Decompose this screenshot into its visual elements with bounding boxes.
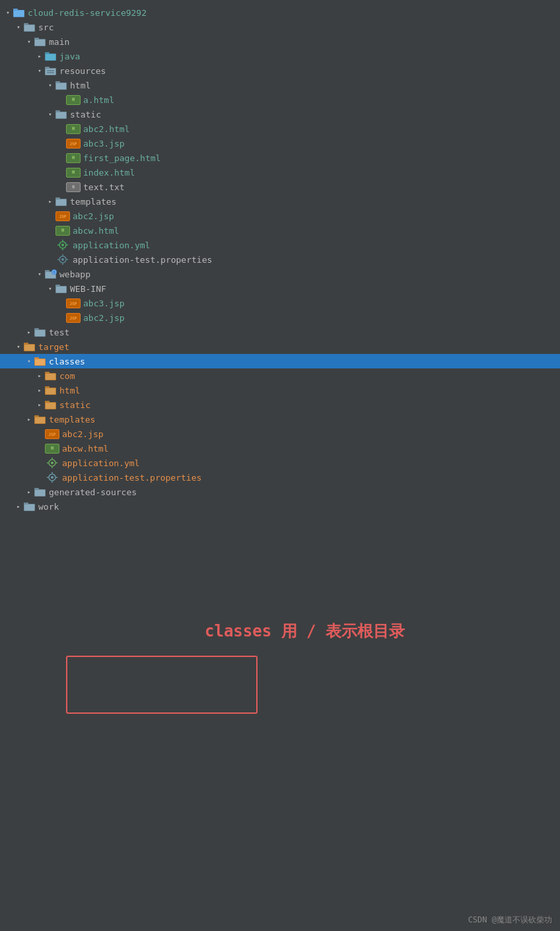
chevron-generated-sources <box>24 487 34 497</box>
tree-item-application-test-props[interactable]: application-test.properties <box>0 252 560 267</box>
label-java: java <box>59 52 80 61</box>
chevron-com <box>34 370 45 381</box>
folder-icon-target <box>24 341 36 352</box>
label-a-html: a.html <box>83 95 114 105</box>
badge-abcw-html-res: H <box>55 226 70 236</box>
watermark: CSDN @魔道不误砍柴功 <box>468 914 552 926</box>
folder-icon-root <box>13 7 25 18</box>
svg-rect-2 <box>14 11 24 17</box>
label-abcw-html-target: abcw.html <box>62 444 108 454</box>
chevron-main <box>24 36 34 47</box>
label-webinf: WEB-INF <box>70 284 106 294</box>
chevron-src <box>13 22 24 32</box>
label-abc3-jsp: abc3.jsp <box>83 139 125 149</box>
label-static-folder: static <box>70 110 101 120</box>
tree-item-java[interactable]: java <box>0 49 560 63</box>
yml-icon-target <box>45 458 59 468</box>
yml-icon <box>55 240 70 250</box>
tree-item-templates-target[interactable]: templates <box>0 412 560 427</box>
tree-item-a-html[interactable]: H a.html <box>0 92 560 107</box>
chevron-webapp <box>34 269 45 279</box>
label-templates-target: templates <box>49 415 95 425</box>
badge-abc2-html: H <box>66 124 81 134</box>
tree-item-application-yml-target[interactable]: application.yml <box>0 456 560 470</box>
tree-item-target[interactable]: target <box>0 339 560 354</box>
tree-item-webinf[interactable]: WEB-INF <box>0 281 560 296</box>
tree-item-abcw-html-target[interactable]: H abcw.html <box>0 441 560 456</box>
tree-item-abc2-jsp-res[interactable]: JSP abc2.jsp <box>0 209 560 223</box>
spacer-abcw-html-res <box>45 225 55 236</box>
chevron-templates-target <box>24 414 34 425</box>
tree-item-application-test-props-target[interactable]: application-test.properties <box>0 470 560 485</box>
tree-item-abc3-jsp-web[interactable]: JSP abc3.jsp <box>0 296 560 310</box>
svg-rect-22 <box>56 112 66 118</box>
tree-item-abc2-jsp-target[interactable]: JSP abc2.jsp <box>0 427 560 441</box>
label-html-target: html <box>59 386 80 396</box>
tree-item-classes[interactable]: classes <box>0 354 560 368</box>
badge-abc2-jsp-target: JSP <box>45 429 59 439</box>
tree-item-src[interactable]: src <box>0 20 560 34</box>
tree-item-html-folder[interactable]: html <box>0 78 560 92</box>
spacer-abcw-html-target <box>34 443 45 454</box>
svg-rect-54 <box>35 359 45 365</box>
tree-item-work[interactable]: work <box>0 499 560 514</box>
badge-a-html: H <box>66 95 81 105</box>
folder-icon-static-target <box>45 399 57 410</box>
label-root: cloud-redis-service9292 <box>28 8 147 18</box>
svg-rect-45 <box>56 287 66 293</box>
tree-item-generated-sources[interactable]: generated-sources <box>0 485 560 499</box>
label-generated-sources: generated-sources <box>49 487 137 497</box>
tree-item-test[interactable]: test <box>0 325 560 339</box>
svg-rect-14 <box>46 69 55 75</box>
label-classes: classes <box>49 357 85 366</box>
tree-item-html-target[interactable]: html <box>0 383 560 397</box>
tree-item-static-folder[interactable]: static <box>0 107 560 121</box>
tree-item-abcw-html-res[interactable]: H abcw.html <box>0 223 560 238</box>
tree-item-templates-src[interactable]: templates <box>0 194 560 209</box>
svg-rect-48 <box>35 330 45 336</box>
svg-point-68 <box>51 462 53 464</box>
chevron-test <box>24 327 34 337</box>
tree-item-abc2-jsp-web[interactable]: JSP abc2.jsp <box>0 310 560 325</box>
chevron-java <box>34 51 45 61</box>
spacer-abc2-jsp-web <box>55 312 66 323</box>
spacer-application-test-props-target <box>34 472 45 483</box>
svg-rect-51 <box>24 345 34 351</box>
tree-item-first-page-html[interactable]: H first_page.html <box>0 151 560 165</box>
tree-item-application-yml[interactable]: application.yml <box>0 238 560 252</box>
badge-abc2-jsp-res: JSP <box>55 211 70 221</box>
file-tree: cloud-redis-service9292 src main ja <box>0 0 560 519</box>
svg-rect-19 <box>56 83 66 89</box>
spacer-a-html <box>55 94 66 105</box>
label-main: main <box>49 37 69 47</box>
folder-icon-webinf <box>55 283 67 294</box>
tree-item-main[interactable]: main <box>0 34 560 49</box>
tree-item-com[interactable]: com <box>0 368 560 383</box>
folder-icon-classes <box>34 356 46 366</box>
tree-item-text-txt[interactable]: ≡ text.txt <box>0 180 560 194</box>
tree-item-resources[interactable]: resources <box>0 63 560 78</box>
folder-icon-html-target <box>45 385 57 396</box>
badge-first-page-html: H <box>66 153 81 163</box>
label-html-folder: html <box>70 81 90 90</box>
label-abc3-jsp-web: abc3.jsp <box>83 298 125 308</box>
folder-icon-com <box>45 370 57 381</box>
tree-item-abc2-html[interactable]: H abc2.html <box>0 121 560 136</box>
chevron-work <box>13 501 24 512</box>
chevron-html-folder <box>45 80 55 90</box>
label-first-page-html: first_page.html <box>83 153 160 163</box>
badge-text-txt: ≡ <box>66 182 81 192</box>
spacer-application-test-props <box>45 254 55 265</box>
tree-item-static-target[interactable]: static <box>0 397 560 412</box>
chevron-static-target <box>34 399 45 410</box>
chevron-webinf <box>45 283 55 294</box>
tree-item-abc3-jsp[interactable]: JSP abc3.jsp <box>0 136 560 151</box>
folder-icon-resources <box>45 65 57 76</box>
tree-item-root[interactable]: cloud-redis-service9292 <box>0 5 560 20</box>
tree-item-index-html[interactable]: H index.html <box>0 165 560 180</box>
tree-item-webapp[interactable]: webapp <box>0 267 560 281</box>
label-abc2-jsp-target: abc2.jsp <box>62 429 104 439</box>
svg-rect-60 <box>46 388 55 394</box>
label-com: com <box>59 371 75 381</box>
chevron-resources <box>34 65 45 76</box>
